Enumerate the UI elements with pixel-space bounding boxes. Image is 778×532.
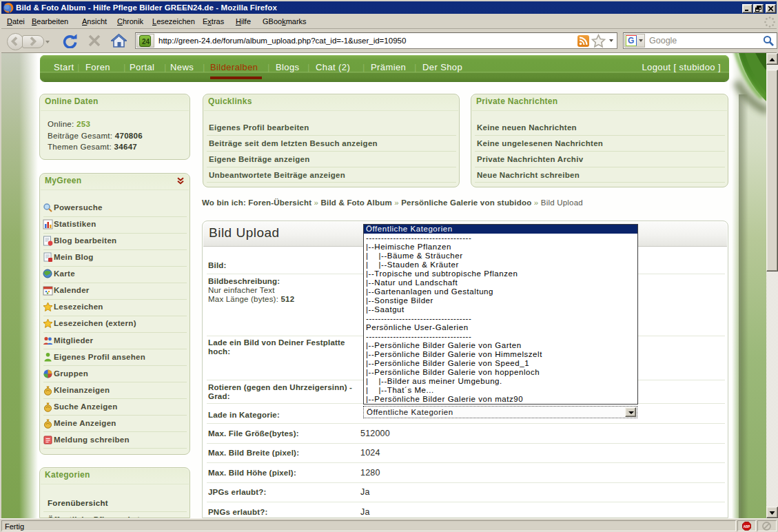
svg-text:ABP: ABP — [744, 525, 750, 529]
